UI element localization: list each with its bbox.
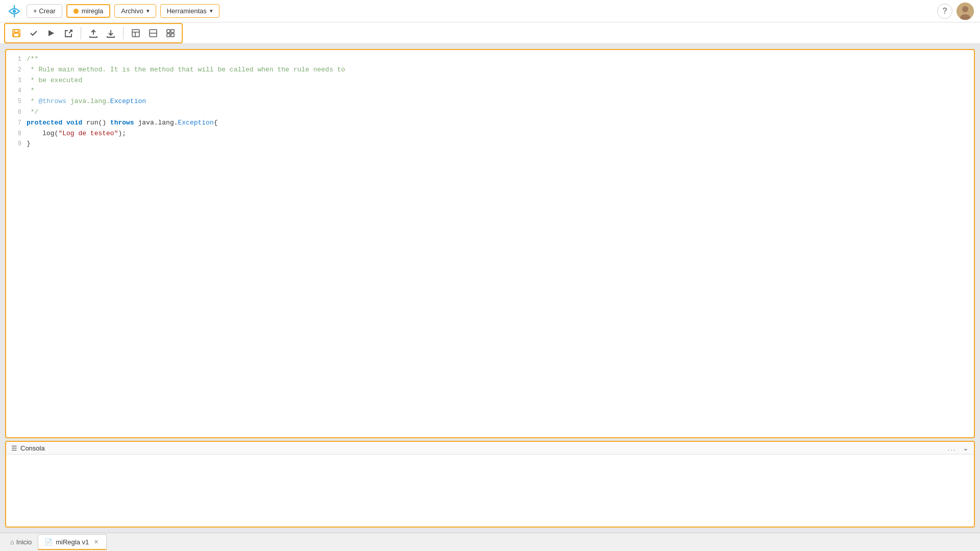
- line-content: /**: [27, 54, 974, 65]
- code-line: 4 *: [6, 86, 974, 96]
- export-button[interactable]: [60, 26, 77, 41]
- app-logo: [6, 3, 22, 19]
- code-line: 5 * @throws java.lang.Exception: [6, 96, 974, 107]
- code-line: 3 * be executed: [6, 76, 974, 86]
- menu-archivo-label: Archivo: [121, 7, 143, 15]
- help-icon: ?: [943, 7, 947, 16]
- rule-status-dot: [74, 9, 79, 14]
- view-btn-3[interactable]: [162, 26, 179, 41]
- archivo-chevron-icon: ▾: [146, 8, 150, 14]
- svg-rect-16: [167, 30, 170, 33]
- help-button[interactable]: ?: [937, 4, 952, 19]
- view-btn-1[interactable]: [128, 26, 144, 41]
- bottom-tabs: ⌂ Inicio 📄 miRegla v1 ✕: [0, 533, 980, 551]
- line-content: *: [27, 86, 974, 96]
- doc-icon: 📄: [44, 538, 53, 546]
- svg-rect-17: [171, 30, 174, 33]
- svg-marker-9: [48, 30, 54, 36]
- line-content: * @throws java.lang.Exception: [27, 96, 974, 107]
- herramientas-chevron-icon: ▾: [210, 8, 213, 14]
- line-number: 4: [6, 86, 27, 96]
- svg-point-0: [13, 10, 16, 13]
- current-rule-button[interactable]: miregla: [66, 4, 111, 18]
- code-line: 1/**: [6, 54, 974, 65]
- validate-button[interactable]: [26, 26, 42, 41]
- code-line: 6 */: [6, 107, 974, 118]
- svg-rect-7: [14, 30, 18, 32]
- avatar[interactable]: [957, 3, 974, 20]
- toolbar-separator: [81, 27, 81, 39]
- toolbar: [0, 22, 980, 44]
- console-options[interactable]: ...: [947, 444, 957, 452]
- svg-rect-11: [132, 30, 139, 37]
- code-editor[interactable]: 1/**2 * Rule main method. It is the meth…: [5, 49, 975, 438]
- create-button[interactable]: + Crear: [27, 4, 62, 18]
- code-area[interactable]: 1/**2 * Rule main method. It is the meth…: [6, 50, 974, 437]
- home-icon: ⌂: [10, 538, 14, 546]
- code-line: 9}: [6, 139, 974, 149]
- line-number: 9: [6, 139, 27, 149]
- console-body: [6, 455, 974, 527]
- current-rule-label: miregla: [82, 7, 104, 15]
- line-number: 5: [6, 96, 27, 107]
- console-icon: ☰: [11, 444, 17, 452]
- menu-archivo-button[interactable]: Archivo ▾: [114, 4, 156, 18]
- run-button[interactable]: [43, 26, 59, 41]
- tab-close-button[interactable]: ✕: [92, 538, 100, 546]
- toolbar-separator-2: [123, 27, 124, 39]
- console-expand-button[interactable]: ⌄: [963, 444, 969, 452]
- line-number: 3: [6, 76, 27, 86]
- line-content: protected void run() throws java.lang.Ex…: [27, 118, 974, 129]
- line-number: 8: [6, 129, 27, 139]
- console-pane: ☰ Consola ... ⌄: [5, 441, 975, 528]
- home-label: Inicio: [16, 538, 32, 546]
- svg-rect-18: [167, 34, 170, 37]
- save-button[interactable]: [8, 26, 24, 41]
- svg-point-4: [962, 6, 968, 12]
- line-content: * be executed: [27, 76, 974, 86]
- main-content: 1/**2 * Rule main method. It is the meth…: [0, 44, 980, 533]
- line-content: */: [27, 107, 974, 118]
- line-content: * Rule main method. It is the method tha…: [27, 65, 974, 76]
- download-button[interactable]: [103, 26, 119, 41]
- tab-home[interactable]: ⌂ Inicio: [4, 535, 38, 549]
- code-line: 8 log("Log de testeo");: [6, 129, 974, 139]
- line-number: 6: [6, 107, 27, 117]
- menu-herramientas-button[interactable]: Herramientas ▾: [160, 4, 219, 18]
- line-content: log("Log de testeo");: [27, 129, 974, 139]
- line-number: 1: [6, 54, 27, 64]
- svg-rect-19: [171, 34, 174, 37]
- menu-herramientas-label: Herramientas: [167, 7, 207, 15]
- code-line: 2 * Rule main method. It is the method t…: [6, 65, 974, 76]
- console-header: ☰ Consola ... ⌄: [6, 442, 974, 455]
- line-number: 7: [6, 118, 27, 128]
- upload-button[interactable]: [85, 26, 102, 41]
- top-nav: + Crear miregla Archivo ▾ Herramientas ▾…: [0, 0, 980, 22]
- console-title: Consola: [20, 444, 947, 452]
- line-number: 2: [6, 65, 27, 75]
- line-content: }: [27, 139, 974, 149]
- code-line: 7protected void run() throws java.lang.E…: [6, 118, 974, 129]
- svg-rect-8: [14, 33, 19, 37]
- tab-active-label: miRegla v1: [56, 538, 89, 546]
- tab-miregla[interactable]: 📄 miRegla v1 ✕: [38, 534, 107, 550]
- view-btn-2[interactable]: [145, 26, 161, 41]
- toolbar-group-main: [4, 23, 183, 43]
